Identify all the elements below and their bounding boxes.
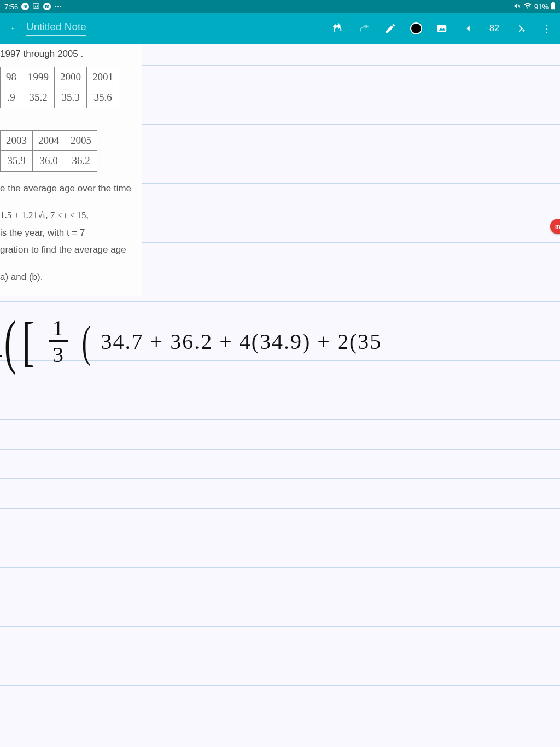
wifi-icon bbox=[523, 2, 532, 11]
svg-rect-5 bbox=[438, 25, 447, 32]
redo-button[interactable] bbox=[358, 22, 371, 35]
problem-text: e the average age over the time 1.5 + 1.… bbox=[0, 182, 142, 284]
fraction-one-third: 1 3 bbox=[49, 317, 68, 366]
formula-line: 1.5 + 1.21√t, 7 ≤ t ≤ 15, bbox=[0, 208, 142, 223]
picture-icon bbox=[32, 2, 40, 11]
denominator: 3 bbox=[52, 342, 65, 366]
note-title[interactable]: Untitled Note bbox=[26, 21, 86, 36]
svg-line-2 bbox=[518, 4, 520, 8]
status-bar: 7:56 m m ⋯ 91% bbox=[0, 0, 560, 13]
status-time: 7:56 bbox=[4, 3, 18, 11]
status-left: 7:56 m m ⋯ bbox=[4, 2, 62, 11]
leading-mark: - bbox=[0, 340, 4, 368]
parts-line: a) and (b). bbox=[0, 270, 142, 284]
back-button[interactable] bbox=[7, 22, 20, 35]
pen-tool[interactable] bbox=[384, 22, 397, 35]
next-page-button[interactable]: + bbox=[514, 22, 527, 35]
page-number[interactable]: 82 bbox=[488, 24, 501, 33]
data-table-2: 2003 2004 2005 35.9 36.0 36.2 bbox=[0, 130, 97, 172]
open-paren-2: ( bbox=[82, 329, 91, 355]
image-tool[interactable] bbox=[435, 22, 448, 35]
status-right: 91% bbox=[514, 2, 556, 11]
svg-rect-4 bbox=[552, 2, 555, 3]
table-row: .9 35.2 35.3 35.6 bbox=[1, 87, 119, 108]
undo-button[interactable] bbox=[331, 22, 345, 35]
more-notif-icon: ⋯ bbox=[54, 3, 62, 10]
prev-page-button[interactable] bbox=[462, 22, 475, 35]
badge-label: m bbox=[555, 223, 560, 230]
handwritten-math: - ( [ 1 3 ( 34.7 + 36.2 + 4(34.9) + 2(35 bbox=[0, 317, 382, 366]
app-icon-2: m bbox=[43, 3, 51, 10]
svg-rect-0 bbox=[33, 3, 39, 8]
numerator: 1 bbox=[49, 317, 68, 342]
svg-rect-3 bbox=[551, 3, 555, 9]
app-icon-1: m bbox=[21, 3, 29, 10]
note-canvas[interactable]: 1997 through 2005 . 98 1999 2000 2001 .9… bbox=[0, 44, 560, 747]
problem-intro: 1997 through 2005 . bbox=[0, 47, 142, 61]
overflow-menu[interactable]: ⋮ bbox=[540, 22, 553, 35]
table-row: 98 1999 2000 2001 bbox=[1, 67, 119, 87]
open-paren: ( bbox=[4, 324, 17, 360]
avg-line: e the average age over the time bbox=[0, 182, 142, 196]
expression-body: 34.7 + 36.2 + 4(34.9) + 2(35 bbox=[101, 329, 382, 354]
year-line: is the year, with t = 7 bbox=[0, 226, 142, 240]
open-bracket: [ bbox=[22, 325, 36, 358]
problem-panel: 1997 through 2005 . 98 1999 2000 2001 .9… bbox=[0, 44, 142, 296]
color-picker[interactable] bbox=[410, 22, 422, 34]
svg-marker-1 bbox=[34, 5, 38, 7]
svg-text:+: + bbox=[522, 28, 525, 33]
app-bar: Untitled Note 82 + ⋮ bbox=[0, 13, 560, 44]
toolbar: 82 + ⋮ bbox=[331, 22, 553, 35]
battery-percent: 91% bbox=[534, 3, 549, 11]
mute-icon bbox=[514, 2, 521, 11]
battery-icon bbox=[551, 2, 556, 11]
integration-line: gration to find the average age bbox=[0, 243, 142, 257]
table-row: 2003 2004 2005 bbox=[1, 130, 97, 151]
data-table-1: 98 1999 2000 2001 .9 35.2 35.3 35.6 bbox=[0, 67, 119, 108]
table-row: 35.9 36.0 36.2 bbox=[1, 151, 97, 172]
